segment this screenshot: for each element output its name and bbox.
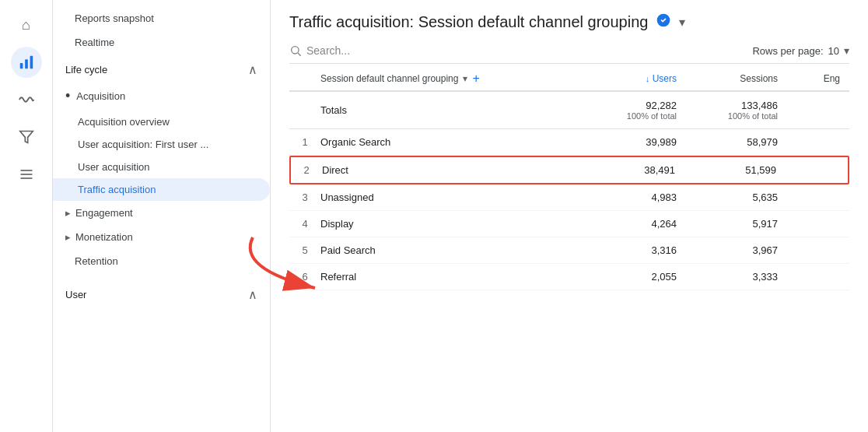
- row-users: 4,264: [569, 218, 686, 230]
- table-row[interactable]: 2 Direct 38,491 51,599: [289, 156, 849, 184]
- lifecycle-chevron[interactable]: ∧: [248, 62, 257, 77]
- table-row[interactable]: 3 Unassigned 4,983 5,635: [289, 184, 849, 211]
- table-row[interactable]: 5 Paid Search 3,316 3,967: [289, 237, 849, 264]
- sidebar-item-retention[interactable]: Retention: [53, 249, 270, 273]
- search-box[interactable]: Search...: [289, 44, 350, 57]
- row-number: 3: [289, 191, 320, 203]
- lifecycle-section: Life cycle ∧: [53, 54, 270, 82]
- row-sessions: 5,635: [686, 191, 787, 203]
- main-header: Traffic acquisition: Session default cha…: [271, 0, 868, 38]
- dimension-dropdown-icon[interactable]: ▾: [463, 73, 467, 84]
- row-sessions: 3,333: [686, 271, 787, 283]
- row-users: 39,989: [569, 136, 686, 148]
- row-channel-name: Organic Search: [320, 136, 569, 148]
- sessions-label: Sessions: [740, 73, 778, 84]
- acquisition-category[interactable]: • Acquisition: [53, 82, 270, 111]
- monetization-bullet: ▸: [65, 231, 71, 243]
- row-channel-name: Paid Search: [320, 244, 569, 256]
- search-placeholder: Search...: [306, 44, 350, 57]
- search-row: Search... Rows per page: 10 ▾: [289, 38, 849, 64]
- rows-per-page-value: 10: [828, 45, 839, 57]
- user-title: User: [65, 289, 86, 300]
- wave-icon[interactable]: [11, 84, 42, 115]
- sidebar: Reports snapshot Realtime Life cycle ∧ •…: [53, 0, 271, 432]
- title-dropdown-icon[interactable]: ▾: [679, 15, 685, 30]
- dimension-col-label: Session default channel grouping: [320, 73, 458, 84]
- add-dimension-button[interactable]: +: [472, 72, 479, 86]
- row-number: 2: [291, 164, 322, 176]
- user-chevron[interactable]: ∧: [248, 287, 257, 302]
- row-number: 6: [289, 271, 320, 283]
- engagement-label: Engagement: [75, 207, 133, 219]
- bullet-icon: •: [65, 88, 70, 104]
- row-users: 4,983: [569, 191, 686, 203]
- engagement-category[interactable]: ▸ Engagement: [53, 201, 270, 225]
- users-col-header[interactable]: ↓ Users: [569, 73, 686, 84]
- row-channel-name: Unassigned: [320, 191, 569, 203]
- table-row[interactable]: 1 Organic Search 39,989 58,979: [289, 129, 849, 156]
- row-users: 38,491: [568, 164, 684, 176]
- list-icon[interactable]: [11, 159, 42, 190]
- svg-rect-1: [25, 59, 28, 68]
- row-channel-name: Direct: [322, 164, 568, 176]
- svg-rect-0: [19, 63, 23, 68]
- sidebar-item-realtime[interactable]: Realtime: [53, 30, 270, 54]
- engagement-label: Eng: [824, 73, 840, 84]
- row-number: 4: [289, 218, 320, 230]
- row-sessions: 51,599: [684, 164, 786, 176]
- data-rows: 1 Organic Search 39,989 58,979 2 Direct …: [289, 129, 849, 290]
- monetization-category[interactable]: ▸ Monetization: [53, 225, 270, 249]
- chart-icon[interactable]: [11, 47, 42, 78]
- engagement-col-header[interactable]: Eng: [787, 73, 849, 84]
- row-sessions: 3,967: [686, 244, 787, 256]
- rows-dropdown-icon[interactable]: ▾: [844, 44, 849, 57]
- table-row[interactable]: 6 Referral 2,055 3,333: [289, 264, 849, 290]
- svg-line-8: [298, 53, 301, 56]
- sort-arrow-icon: ↓: [646, 74, 650, 83]
- engagement-bullet: ▸: [65, 207, 71, 219]
- row-channel-name: Referral: [320, 271, 569, 283]
- row-users: 2,055: [569, 271, 686, 283]
- table-row[interactable]: 4 Display 4,264 5,917: [289, 211, 849, 237]
- icon-bar: ⌂: [0, 0, 53, 432]
- sessions-col-header[interactable]: Sessions: [686, 73, 787, 84]
- row-users: 3,316: [569, 244, 686, 256]
- svg-point-7: [292, 47, 299, 54]
- row-sessions: 5,917: [686, 218, 787, 230]
- users-label: Users: [653, 73, 677, 84]
- totals-sessions: 133,486 100% of total: [686, 100, 787, 121]
- rows-per-page: Rows per page: 10 ▾: [752, 44, 849, 57]
- row-channel-name: Display: [320, 218, 569, 230]
- sidebar-item-traffic-acquisition[interactable]: Traffic acquisition: [53, 178, 270, 201]
- verified-icon: [656, 12, 671, 32]
- sidebar-item-user-acquisition[interactable]: User acquisition: [53, 156, 270, 178]
- rows-per-page-label: Rows per page:: [752, 45, 823, 57]
- table-area: Search... Rows per page: 10 ▾ Session de…: [271, 38, 868, 432]
- search-icon: [289, 44, 302, 57]
- row-sessions: 58,979: [686, 136, 787, 148]
- funnel-icon[interactable]: [11, 121, 42, 153]
- dimension-header: Session default channel grouping ▾ +: [320, 72, 569, 86]
- sidebar-item-acquisition-overview[interactable]: Acquisition overview: [53, 111, 270, 133]
- row-number: 1: [289, 136, 320, 148]
- column-headers: Session default channel grouping ▾ + ↓ U…: [289, 67, 849, 92]
- totals-users: 92,282 100% of total: [569, 100, 686, 121]
- acquisition-label: Acquisition: [76, 90, 125, 102]
- svg-rect-2: [30, 56, 33, 69]
- page-title: Traffic acquisition: Session default cha…: [289, 13, 648, 31]
- sidebar-item-user-acquisition-first[interactable]: User acquisition: First user ...: [53, 133, 270, 156]
- totals-row: Totals 92,282 100% of total 133,486 100%…: [289, 92, 849, 129]
- home-icon[interactable]: ⌂: [11, 9, 42, 40]
- main-content: Traffic acquisition: Session default cha…: [271, 0, 868, 432]
- row-number: 5: [289, 244, 320, 256]
- user-section: User ∧: [53, 279, 270, 307]
- monetization-label: Monetization: [75, 231, 133, 243]
- lifecycle-title: Life cycle: [65, 64, 107, 76]
- sidebar-item-reports-snapshot[interactable]: Reports snapshot: [53, 6, 270, 30]
- totals-label: Totals: [320, 104, 569, 116]
